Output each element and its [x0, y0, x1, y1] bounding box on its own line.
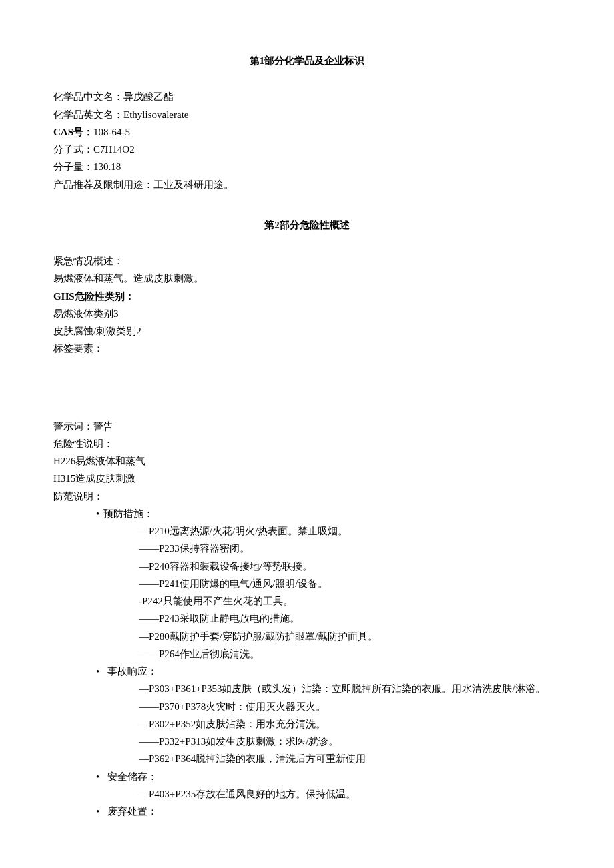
mw-label: 分子量：	[53, 161, 93, 172]
hazard-statements-label: 危险性说明：	[53, 435, 561, 452]
chemical-name-cn: 异戊酸乙酯	[123, 91, 174, 102]
label-elements: 标签要素：	[53, 340, 561, 357]
signal-word: 警告	[93, 421, 113, 432]
cas-label: CAS号：	[53, 127, 93, 137]
precaution-p242: -P242只能使用不产生火花的工具。	[53, 592, 561, 610]
ghs-label: GHS危险性类别：	[53, 288, 561, 305]
cas-line: CAS号：108-64-5	[53, 123, 561, 141]
disposal-title: 废弃处置：	[107, 806, 158, 817]
hazard-h226: H226易燃液体和蒸气	[53, 452, 561, 470]
precaution-p403: —P403+P235存放在通风良好的地方。保持低温。	[53, 785, 561, 803]
precaution-p332: ——P332+P313如发生皮肤刺激：求医/就诊。	[53, 733, 561, 750]
emergency-label: 紧急情况概述：	[53, 252, 561, 270]
prevention-group: 预防措施：	[53, 505, 561, 522]
chemical-name-cn-line: 化学品中文名：异戊酸乙酯	[53, 88, 561, 105]
section-1-title: 第1部分化学品及企业标识	[53, 52, 561, 69]
chemical-name-cn-label: 化学品中文名：	[53, 91, 123, 102]
response-group: • 事故响应：	[53, 663, 561, 680]
cas-number: 108-64-5	[93, 127, 130, 137]
storage-title: 安全储存：	[107, 771, 158, 782]
precaution-p302: —P302+P352如皮肤沾染：用水充分清洗。	[53, 715, 561, 733]
section-2-title: 第2部分危险性概述	[53, 216, 561, 234]
precaution-p240: —P240容器和装载设备接地/等势联接。	[53, 558, 561, 575]
precaution-p303: —P303+P361+P353如皮肤（或头发）沾染：立即脱掉所有沾染的衣服。用水…	[139, 680, 561, 697]
formula-line: 分子式：C7H14O2	[53, 141, 561, 158]
storage-group: • 安全储存：	[53, 768, 561, 785]
precaution-p303-wrap: —P303+P361+P353如皮肤（或头发）沾染：立即脱掉所有沾染的衣服。用水…	[53, 680, 561, 697]
precaution-p210: —P210远离热源/火花/明火/热表面。禁止吸烟。	[53, 522, 561, 540]
signal-word-line: 警示词：警告	[53, 418, 561, 435]
chemical-name-en-line: 化学品英文名：Ethylisovalerate	[53, 106, 561, 123]
ghs-class-2: 皮肤腐蚀/刺激类别2	[53, 322, 561, 340]
bullet-icon	[96, 508, 103, 519]
molecular-weight: 130.18	[93, 161, 121, 172]
pictogram-placeholder	[53, 358, 561, 418]
disposal-group: • 废弃处置：	[53, 803, 561, 820]
hazard-h315: H315造成皮肤刺激	[53, 470, 561, 487]
prevention-title: 预防措施：	[103, 508, 154, 519]
precaution-p362: —P362+P364脱掉沾染的衣服，清洗后方可重新使用	[53, 750, 561, 767]
precaution-p280: —P280戴防护手套/穿防护服/戴防护眼罩/戴防护面具。	[53, 628, 561, 645]
response-title: 事故响应：	[107, 666, 158, 677]
formula-label: 分子式：	[53, 144, 93, 155]
chemical-name-en-label: 化学品英文名：	[53, 109, 123, 120]
use-line: 产品推荐及限制用途：工业及科研用途。	[53, 176, 561, 193]
precaution-p370: ——P370+P378火灾时：使用灭火器灭火。	[53, 698, 561, 715]
precaution-label: 防范说明：	[53, 488, 561, 505]
chemical-name-en: Ethylisovalerate	[123, 109, 188, 120]
bullet-icon: •	[96, 666, 107, 677]
precaution-p264: ——P264作业后彻底清洗。	[53, 645, 561, 663]
ghs-class-1: 易燃液体类别3	[53, 305, 561, 322]
precaution-p241: ——P241使用防爆的电气/通风/照明/设备。	[53, 575, 561, 592]
precaution-p233: ——P233保持容器密闭。	[53, 540, 561, 557]
use-label: 产品推荐及限制用途：	[53, 179, 154, 190]
precaution-p243: ——P243采取防止静电放电的措施。	[53, 610, 561, 627]
ghs-label-text: GHS危险性类别：	[53, 291, 135, 302]
molecular-formula: C7H14O2	[93, 144, 135, 155]
mw-line: 分子量：130.18	[53, 158, 561, 175]
emergency-text: 易燃液体和蒸气。造成皮肤刺激。	[53, 270, 561, 287]
bullet-icon: •	[96, 771, 107, 782]
bullet-icon: •	[96, 806, 107, 817]
use-text: 工业及科研用途。	[154, 179, 234, 190]
signal-word-label: 警示词：	[53, 421, 93, 432]
